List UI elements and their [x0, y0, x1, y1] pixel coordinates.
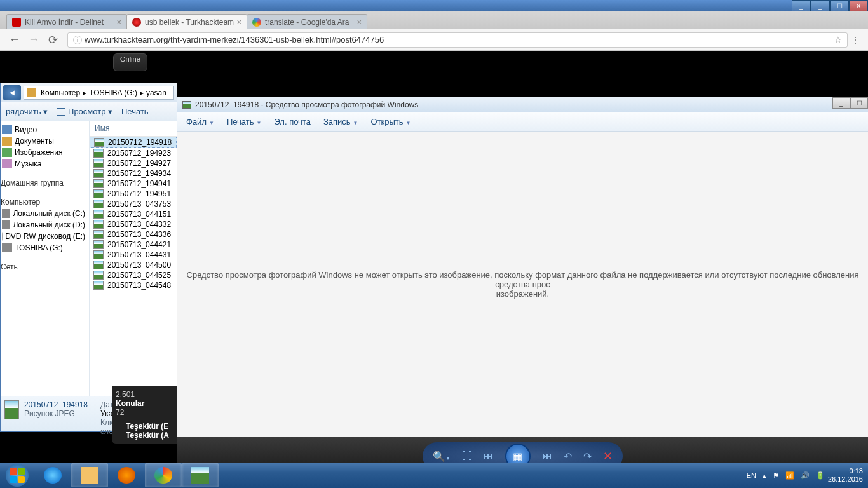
taskbar-explorer[interactable] [71, 463, 108, 487]
back-button[interactable]: ← [8, 33, 22, 47]
menu-open[interactable]: Открыть▼ [371, 117, 411, 126]
file-item[interactable]: 20150712_194927 [90, 158, 177, 168]
file-item[interactable]: 20150713_044431 [90, 250, 177, 260]
network-icon[interactable]: 📶 [785, 471, 794, 480]
nav-drive-d[interactable]: Локальный диск (D:) [1, 219, 89, 231]
taskbar-chrome[interactable] [145, 463, 182, 487]
photo-viewer-titlebar[interactable]: 20150712_194918 - Средство просмотра фот… [177, 97, 868, 112]
file-name: 20150712_194951 [107, 189, 171, 198]
nav-drive-c[interactable]: Локальный диск (C:) [1, 208, 89, 219]
rotate-ccw-button[interactable]: ↶ [564, 451, 572, 463]
tab-2[interactable]: translate - Google'da Ara × [247, 14, 367, 29]
nav-drive-toshiba[interactable]: TOSHIBA (G:) [1, 242, 89, 254]
explorer-toolbar: рядочить ▾ Просмотр ▾ Печать [1, 102, 177, 121]
next-button[interactable]: ⏭ [542, 451, 552, 462]
fit-button[interactable]: ⛶ [462, 451, 472, 462]
start-button[interactable] [0, 463, 34, 488]
tab-1[interactable]: usb bellek - Turkhackteam × [126, 14, 247, 29]
clock[interactable]: 0:13 26.12.2016 [828, 467, 863, 484]
taskbar-ie[interactable] [34, 463, 71, 487]
file-item[interactable]: 20150713_044500 [90, 260, 177, 270]
outer-close-button[interactable]: ✕ [849, 0, 868, 11]
tab-close-icon[interactable]: × [234, 17, 241, 27]
organize-menu[interactable]: рядочить ▾ [6, 107, 48, 116]
system-tray: EN ▴ ⚑ 📶 🔊 🔋 0:13 26.12.2016 [743, 467, 868, 484]
image-file-icon [93, 271, 104, 280]
volume-icon[interactable]: 🔊 [801, 471, 810, 480]
explorer-back-button[interactable]: ◄ [3, 85, 21, 100]
app-icon [182, 101, 191, 109]
rotate-cw-button[interactable]: ↷ [583, 451, 592, 463]
path-segment[interactable]: Компьютер [38, 88, 83, 97]
language-indicator[interactable]: EN [747, 471, 756, 479]
file-item[interactable]: 20150713_044525 [90, 270, 177, 280]
file-name: 20150713_044548 [107, 281, 171, 290]
taskbar-media[interactable] [108, 463, 145, 487]
file-thumbnail-icon [4, 400, 19, 419]
nav-network[interactable]: Сеть [1, 261, 89, 273]
tab-0[interactable]: Kill Amvo İndir - Delinet × [6, 14, 127, 29]
nav-item-video[interactable]: Видео [1, 124, 89, 135]
file-name: 20150713_044332 [107, 220, 171, 229]
outer-minimize2-button[interactable]: _ [811, 0, 830, 11]
delete-button[interactable]: ✕ [603, 449, 613, 463]
nav-homegroup[interactable]: Домашняя группа [1, 177, 89, 189]
zoom-button[interactable]: 🔍▼ [433, 451, 451, 463]
date-text: 26.12.2016 [828, 475, 863, 484]
folder-icon [27, 88, 36, 97]
nav-drive-dvd[interactable]: DVD RW дисковод (E:) [1, 231, 89, 242]
tab-close-icon[interactable]: × [114, 17, 121, 27]
tray-arrow-icon[interactable]: ▴ [763, 471, 766, 480]
column-header-name[interactable]: Имя [90, 121, 177, 137]
nav-item-music[interactable]: Музыка [1, 158, 89, 170]
bookmark-star-icon[interactable]: ☆ [834, 35, 842, 44]
file-item[interactable]: 20150713_044421 [90, 240, 177, 250]
menu-email[interactable]: Эл. почта [274, 117, 311, 126]
action-center-icon[interactable]: ⚑ [773, 471, 779, 480]
file-item[interactable]: 20150713_043753 [90, 199, 177, 209]
tab-close-icon[interactable]: × [354, 17, 362, 27]
tab-title: usb bellek - Turkhackteam [145, 18, 234, 27]
file-item[interactable]: 20150712_194934 [90, 168, 177, 179]
file-name: 20150712_194923 [107, 149, 171, 158]
menu-print[interactable]: Печать▼ [227, 117, 262, 126]
print-button[interactable]: Печать [121, 107, 149, 116]
outer-minimize-button[interactable]: _ [792, 0, 811, 11]
file-name: 20150712_194934 [107, 169, 171, 178]
menu-file[interactable]: Файл▼ [186, 117, 214, 126]
explorer-nav-pane: Видео Документы Изображения Музыка Домаш… [1, 121, 90, 396]
image-file-icon [93, 261, 104, 269]
nav-item-documents[interactable]: Документы [1, 135, 89, 147]
file-item[interactable]: 20150712_194918 [90, 137, 177, 148]
file-item[interactable]: 20150713_044336 [90, 229, 177, 240]
error-message: Средство просмотра фотографий Windows не… [184, 270, 862, 299]
page-content: Online ◄ Компьютер▸ TOSHIBA (G:)▸ yasan … [0, 51, 868, 463]
url-input[interactable]: i www.turkhackteam.org/tht-yardim-merkez… [67, 32, 848, 48]
taskbar-photoviewer[interactable] [182, 463, 219, 487]
info-icon[interactable]: i [73, 36, 82, 44]
prev-button[interactable]: ⏮ [484, 451, 494, 462]
browser-menu-icon[interactable]: ⋮ [848, 35, 863, 45]
nav-item-images[interactable]: Изображения [1, 147, 89, 158]
file-item[interactable]: 20150713_044548 [90, 280, 177, 290]
pv-minimize-button[interactable]: _ [832, 97, 850, 109]
forum-tesekkur: Teşekkür (E [126, 422, 168, 431]
file-item[interactable]: 20150713_044332 [90, 219, 177, 229]
view-menu[interactable]: Просмотр ▾ [57, 107, 112, 116]
explorer-path-input[interactable]: Компьютер▸ TOSHIBA (G:)▸ yasan [24, 86, 174, 100]
photo-canvas: Средство просмотра фотографий Windows не… [177, 132, 868, 437]
file-item[interactable]: 20150712_194951 [90, 189, 177, 199]
menu-burn[interactable]: Запись▼ [323, 117, 358, 126]
reload-button[interactable]: ⟳ [46, 33, 60, 47]
file-item[interactable]: 20150713_044151 [90, 209, 177, 219]
file-item[interactable]: 20150712_194941 [90, 179, 177, 189]
outer-maximize-button[interactable]: ☐ [830, 0, 849, 11]
pv-maximize-button[interactable]: ☐ [850, 97, 868, 109]
battery-icon[interactable]: 🔋 [816, 471, 825, 480]
path-segment[interactable]: yasan [144, 88, 169, 97]
forum-tesekkur: Teşekkür (A [126, 431, 169, 440]
nav-computer[interactable]: Компьютер [1, 196, 89, 208]
file-item[interactable]: 20150712_194923 [90, 148, 177, 158]
path-segment[interactable]: TOSHIBA (G:) [86, 88, 140, 97]
forward-button[interactable]: → [27, 33, 41, 47]
